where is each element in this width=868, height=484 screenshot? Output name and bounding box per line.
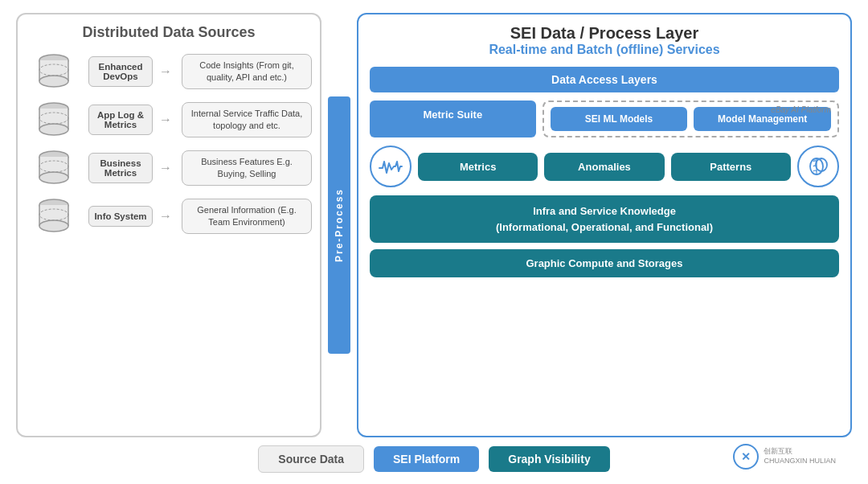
svg-point-20 bbox=[39, 220, 68, 232]
metrics-box: Metrics bbox=[418, 153, 538, 181]
infra-line1: Infra and Service Knowledge bbox=[533, 205, 676, 217]
db-icon-1 bbox=[26, 52, 82, 91]
data-row-1: Enhanced DevOps Code Insights (From git,… bbox=[26, 52, 312, 91]
main-container: Distributed Data Sources Enhanced DevOps… bbox=[0, 0, 868, 484]
source-label-2: App Log & Metrics bbox=[88, 105, 153, 135]
right-title-line1: SEI Data / Process Layer bbox=[370, 24, 839, 43]
arrow-2 bbox=[159, 115, 175, 125]
legend-graph-visibility: Graph Visibility bbox=[489, 446, 609, 472]
right-panel: SEI Data / Process Layer Real-time and B… bbox=[357, 13, 852, 437]
left-panel: Distributed Data Sources Enhanced DevOps… bbox=[16, 13, 321, 437]
ai-platform-label: eBay AI Platform bbox=[771, 105, 831, 114]
data-row-2: App Log & Metrics Internal Service Traff… bbox=[26, 100, 312, 139]
source-label-3: Business Metrics bbox=[88, 153, 153, 183]
watermark: ✕ 创新互联 CHUANGXIN HULIAN bbox=[733, 444, 836, 470]
arrow-4 bbox=[159, 211, 175, 221]
graphic-box: Graphic Compute and Storages bbox=[370, 249, 839, 277]
arrow-3 bbox=[159, 163, 175, 173]
data-box-3: Business Features E.g. Buying, Selling bbox=[182, 150, 312, 187]
anomalies-box: Anomalies bbox=[544, 153, 664, 181]
data-row-4: Info System General Information (E.g. Te… bbox=[26, 197, 312, 236]
brain-icon-right bbox=[797, 146, 839, 187]
right-panel-title: SEI Data / Process Layer Real-time and B… bbox=[370, 24, 839, 57]
source-label-4: Info System bbox=[88, 206, 153, 227]
data-box-2: Internal Service Traffic Data, topology … bbox=[182, 102, 312, 138]
infra-line2: (Informational, Operational, and Functio… bbox=[496, 221, 713, 233]
svg-point-14 bbox=[39, 172, 68, 183]
left-panel-title: Distributed Data Sources bbox=[26, 24, 312, 41]
pre-process-inner: Pre-Process bbox=[328, 96, 350, 354]
svg-point-2 bbox=[39, 76, 68, 87]
arrow-1 bbox=[159, 67, 175, 76]
footer-area: Source Data SEI Platform Graph Visibilit… bbox=[16, 437, 852, 476]
right-title-line2: Real-time and Batch (offline) Services bbox=[370, 43, 839, 57]
legend-sei-platform: SEI Platform bbox=[374, 446, 479, 472]
middle-section: Metric Suite eBay AI Platform SEI ML Mod… bbox=[370, 100, 839, 137]
diagram-wrapper: Distributed Data Sources Enhanced DevOps… bbox=[16, 13, 852, 437]
svg-point-8 bbox=[39, 124, 68, 135]
data-row-3: Business Metrics Business Features E.g. … bbox=[26, 149, 312, 187]
pre-process-bar: Pre-Process bbox=[325, 13, 354, 437]
data-box-1: Code Insights (From git, quality, API an… bbox=[182, 54, 312, 90]
db-icon-4 bbox=[26, 197, 82, 236]
watermark-icon: ✕ bbox=[733, 444, 759, 470]
db-icon-2 bbox=[26, 100, 82, 139]
dal-bar: Data Access Layers bbox=[370, 67, 839, 92]
metric-suite-box: Metric Suite bbox=[370, 100, 536, 137]
ai-platform-section: eBay AI Platform SEI ML Models Model Man… bbox=[542, 100, 839, 137]
patterns-box: Patterns bbox=[671, 153, 791, 181]
pre-process-label: Pre-Process bbox=[334, 188, 345, 262]
watermark-text: 创新互联 CHUANGXIN HULIAN bbox=[764, 447, 836, 466]
sei-ml-box: SEI ML Models bbox=[551, 107, 688, 131]
db-icon-3 bbox=[26, 149, 82, 187]
infra-box: Infra and Service Knowledge (Information… bbox=[370, 195, 839, 243]
source-label-1: Enhanced DevOps bbox=[88, 56, 153, 87]
data-box-4: General Information (E.g. Team Environme… bbox=[182, 199, 312, 235]
map-section: Metrics Anomalies Patterns bbox=[370, 146, 839, 187]
legend-source-data: Source Data bbox=[258, 445, 364, 473]
brain-icon-left bbox=[370, 146, 411, 187]
map-boxes: Metrics Anomalies Patterns bbox=[418, 153, 791, 181]
